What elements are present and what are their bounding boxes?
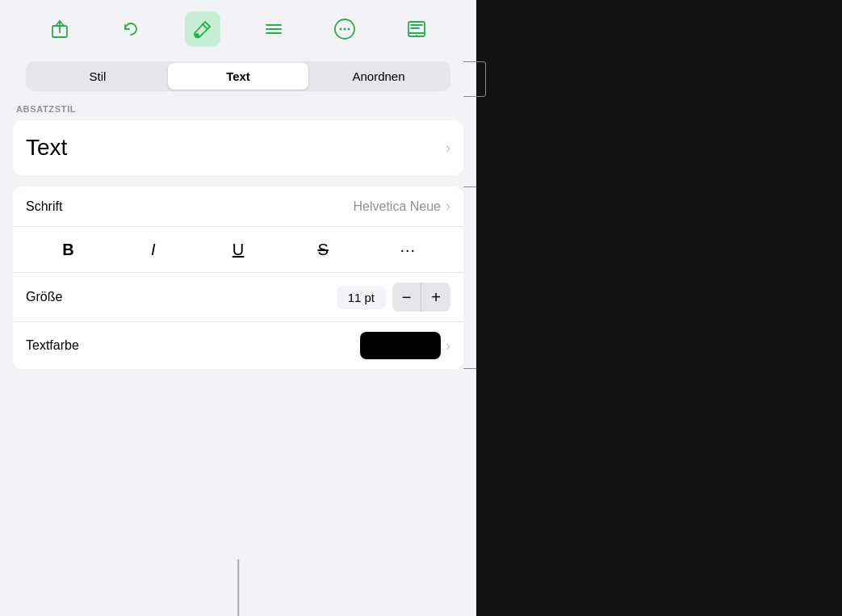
font-row[interactable]: Schrift Helvetica Neue › — [13, 186, 463, 227]
paragraph-style-card: Text › — [13, 120, 463, 175]
undo-button[interactable] — [113, 11, 149, 47]
italic-icon: I — [151, 241, 156, 259]
strikethrough-icon: S — [317, 241, 328, 259]
paragraph-style-row[interactable]: Text › — [13, 120, 463, 175]
tab-bracket — [463, 61, 486, 97]
font-card-wrapper: Schrift Helvetica Neue › B I U — [13, 186, 463, 369]
scroll-indicator — [237, 559, 239, 616]
toolbar — [0, 0, 476, 55]
underline-icon: U — [232, 241, 244, 259]
underline-button[interactable]: U — [224, 235, 253, 264]
more-format-button[interactable]: ··· — [393, 235, 422, 264]
size-label: Größe — [26, 290, 62, 304]
svg-point-3 — [195, 34, 199, 37]
size-value: 11 pt — [337, 286, 386, 309]
preview-button[interactable] — [399, 11, 434, 47]
absatzstil-label: ABSATZSTIL — [13, 104, 463, 114]
svg-point-8 — [344, 28, 346, 31]
tab-stil[interactable]: Stil — [27, 63, 168, 90]
color-label: Textfarbe — [26, 338, 79, 353]
format-panel: Stil Text Anordnen ABSATZSTIL Text › Sch… — [0, 0, 476, 616]
color-swatch — [360, 332, 441, 359]
svg-point-13 — [416, 35, 417, 36]
tab-text[interactable]: Text — [168, 63, 308, 90]
paragraph-chevron-icon: › — [446, 140, 450, 157]
font-label: Schrift — [26, 199, 62, 214]
list-button[interactable] — [256, 11, 291, 47]
font-card: Schrift Helvetica Neue › B I U — [13, 186, 463, 369]
decrease-size-button[interactable]: − — [392, 283, 421, 312]
svg-line-2 — [203, 24, 207, 29]
color-row[interactable]: Textfarbe › — [13, 322, 463, 369]
font-value: Helvetica Neue › — [354, 198, 451, 215]
size-btn-group: − + — [392, 283, 450, 312]
dark-background — [476, 0, 842, 616]
svg-point-7 — [340, 28, 342, 31]
bold-icon: B — [62, 241, 73, 259]
color-chevron-icon: › — [446, 337, 450, 354]
font-card-bracket — [463, 186, 476, 369]
svg-rect-11 — [408, 22, 425, 36]
italic-button[interactable]: I — [139, 235, 168, 264]
more-button[interactable] — [327, 11, 362, 47]
font-chevron-icon: › — [446, 198, 450, 215]
svg-point-9 — [348, 28, 350, 31]
strikethrough-button[interactable]: S — [308, 235, 337, 264]
increase-size-button[interactable]: + — [421, 283, 450, 312]
format-row: B I U S ··· — [13, 227, 463, 273]
tab-anordnen[interactable]: Anordnen — [308, 63, 449, 90]
bold-button[interactable]: B — [54, 235, 83, 264]
share-button[interactable] — [42, 11, 77, 47]
size-row: Größe 11 pt − + — [13, 273, 463, 322]
paragraph-style-value: Text — [26, 135, 67, 161]
more-format-icon: ··· — [400, 241, 417, 259]
panel-content: ABSATZSTIL Text › Schrift Helvetica Neue… — [0, 91, 476, 616]
size-controls: 11 pt − + — [337, 283, 450, 312]
color-swatch-container: › — [360, 332, 450, 359]
brush-button[interactable] — [185, 11, 220, 47]
tabs-container: Stil Text Anordnen — [26, 61, 450, 91]
